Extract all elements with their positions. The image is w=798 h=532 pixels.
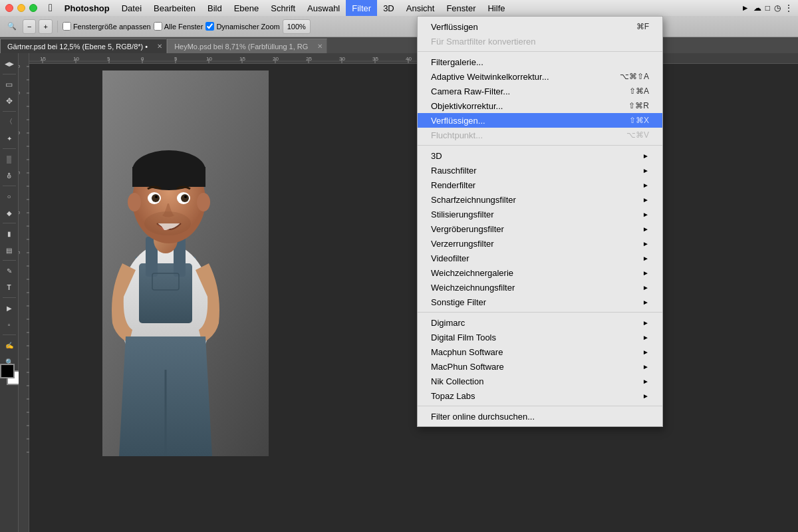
ruler-left: 0 5 0 5 0 5: [19, 53, 29, 532]
path-selection-tool[interactable]: ▶: [1, 300, 17, 316]
filter-verzerrung[interactable]: Verzerrungsfilter ►: [418, 236, 662, 251]
filter-camera-raw[interactable]: Camera Raw-Filter... ⇧⌘A: [418, 84, 662, 98]
filter-fluchtpunkt[interactable]: Fluchtpunkt... ⌥⌘V: [418, 128, 662, 142]
svg-rect-64: [63, 70, 102, 456]
photoshop-menu[interactable]: Photoshop: [59, 0, 116, 16]
submenu-arrow-weich: ►: [642, 284, 649, 291]
svg-rect-72: [132, 167, 205, 187]
datei-menu[interactable]: Datei: [116, 0, 148, 16]
hand-tool[interactable]: ✍: [1, 337, 17, 353]
dynamischer-zoom-checkbox[interactable]: Dynamischer Zoom: [205, 22, 279, 31]
screen-icon[interactable]: □: [765, 3, 770, 13]
bild-menu[interactable]: Bild: [201, 0, 228, 16]
menubar:  Photoshop Datei Bearbeiten Bild Ebene …: [0, 0, 798, 16]
submenu-arrow-film: ►: [642, 334, 649, 341]
canvas-content: 15 10 5 0 5 10 15: [29, 53, 798, 532]
zoom-level-btn[interactable]: 100%: [283, 19, 311, 34]
clone-tool[interactable]: ◆: [1, 205, 17, 221]
submenu-arrow-scharf: ►: [642, 196, 649, 203]
zoom-out-btn[interactable]: −: [23, 19, 36, 34]
filter-online[interactable]: Filter online durchsuchen...: [418, 409, 662, 424]
eraser-tool[interactable]: ▮: [1, 225, 17, 241]
close-button[interactable]: [5, 4, 13, 12]
pen-tool[interactable]: ✎: [1, 263, 17, 279]
filter-weichzeichnung[interactable]: Weichzeichnungsfilter ►: [418, 280, 662, 295]
marquee-tool[interactable]: ▭: [1, 76, 17, 92]
clock-icon[interactable]: ◷: [774, 3, 781, 13]
tab-heymo-label: HeyMo.psd bei 8,71% (Farbfüllung 1, RG: [174, 43, 308, 51]
ebene-menu[interactable]: Ebene: [228, 0, 265, 16]
type-tool[interactable]: T: [1, 279, 17, 295]
healing-tool[interactable]: ○: [1, 188, 17, 204]
filter-vergroeberung[interactable]: Vergröberungsfilter ►: [418, 221, 662, 236]
tab-gaertner-close[interactable]: ✕: [157, 43, 162, 50]
tab-heymo[interactable]: HeyMo.psd bei 8,71% (Farbfüllung 1, RG ✕: [167, 39, 327, 53]
zoom-tool[interactable]: 🔍: [4, 19, 20, 35]
filter-scharfzeichnung[interactable]: Scharfzeichnungsfilter ►: [418, 192, 662, 207]
panel-collapse-btn[interactable]: ◀▶: [1, 56, 17, 72]
filter-digimarc[interactable]: Digimarc ►: [418, 315, 662, 330]
foreground-color-swatch[interactable]: [0, 364, 15, 378]
crop-tool[interactable]: ▒: [1, 151, 17, 167]
fenster-menu[interactable]: Fenster: [440, 0, 481, 16]
3d-menu[interactable]: 3D: [377, 0, 400, 16]
filter-verfluessigen-top[interactable]: Verflüssigen ⌘F: [418, 19, 662, 34]
zoom-in-btn[interactable]: +: [39, 19, 52, 34]
gradient-tool[interactable]: ▤: [1, 242, 17, 258]
filter-stilisierung[interactable]: Stilisierungsfilter ►: [418, 207, 662, 221]
magic-wand-tool[interactable]: ✦: [1, 130, 17, 146]
svg-point-76: [181, 194, 189, 202]
submenu-arrow-sonst: ►: [642, 299, 649, 306]
svg-text:0: 0: [19, 65, 21, 68]
tool-sep6: [3, 297, 16, 298]
filter-videofilter[interactable]: Videofilter ►: [418, 251, 662, 265]
filter-macphun2[interactable]: MacPhun Software ►: [418, 359, 662, 374]
photo-canvas[interactable]: [29, 64, 798, 532]
notification-icon[interactable]: ►: [741, 3, 749, 13]
canvas-wrapper: 0 5 0 5 0 5 15: [19, 53, 798, 532]
fenstergrösse-checkbox[interactable]: Fenstergröße anpassen: [63, 22, 151, 31]
filter-section-5: Filter online durchsuchen...: [418, 406, 662, 426]
filter-digital-film[interactable]: Digital Film Tools ►: [418, 330, 662, 344]
tool-sep0: [3, 74, 16, 74]
minimize-button[interactable]: [17, 4, 25, 12]
filter-renderfilter[interactable]: Renderfilter ►: [418, 178, 662, 192]
move-tool[interactable]: ✥: [1, 93, 17, 109]
filter-menu[interactable]: Filter: [346, 0, 377, 16]
filter-3d[interactable]: 3D ►: [418, 148, 662, 163]
filter-sonstige[interactable]: Sonstige Filter ►: [418, 295, 662, 309]
filter-macphun[interactable]: Macphun Software ►: [418, 344, 662, 359]
auswahl-menu[interactable]: Auswahl: [301, 0, 346, 16]
schrift-menu[interactable]: Schrift: [265, 0, 301, 16]
eyedropper-tool[interactable]: ⛢: [1, 168, 17, 184]
wifi-icon[interactable]: ⋮: [785, 3, 793, 13]
filter-filtergalerie[interactable]: Filtergalerie...: [418, 55, 662, 69]
svg-text:5: 5: [19, 251, 21, 254]
photo-image: [63, 70, 269, 456]
submenu-arrow-digi: ►: [642, 319, 649, 327]
filter-verfluessigen[interactable]: Verflüssigen... ⇧⌘X: [418, 113, 662, 128]
filter-adaptive[interactable]: Adaptive Weitwinkelkorrektur... ⌥⌘⇧A: [418, 69, 662, 84]
tab-gaertner[interactable]: Gärtner.psd bei 12,5% (Ebene 5, RGB/8*) …: [0, 39, 167, 53]
svg-point-79: [128, 193, 141, 211]
ansicht-menu[interactable]: Ansicht: [400, 0, 441, 16]
submenu-arrow-macphun2: ►: [642, 363, 649, 370]
tool-sep7: [3, 334, 16, 335]
filter-topaz[interactable]: Topaz Labs ►: [418, 388, 662, 403]
bearbeiten-menu[interactable]: Bearbeiten: [148, 0, 201, 16]
canvas-area: 0 5 0 5 0 5 15: [19, 53, 798, 532]
filter-rauschfilter[interactable]: Rauschfilter ►: [418, 163, 662, 178]
filter-objektivkorrektur[interactable]: Objektivkorrektur... ⇧⌘R: [418, 98, 662, 113]
tab-heymo-close[interactable]: ✕: [317, 43, 323, 50]
maximize-button[interactable]: [29, 4, 37, 12]
filter-weichzeichner-galerie[interactable]: Weichzeichnergalerie ►: [418, 265, 662, 280]
rectangle-tool[interactable]: ▫: [1, 317, 17, 332]
alle-fenster-checkbox[interactable]: Alle Fenster: [154, 22, 203, 31]
apple-menu[interactable]: : [43, 0, 59, 16]
canvas-inner: 0 5 0 5 0 5 15: [19, 53, 798, 532]
hilfe-menu[interactable]: Hilfe: [481, 0, 511, 16]
filter-nik[interactable]: Nik Collection ►: [418, 374, 662, 388]
lasso-tool[interactable]: 〈: [1, 114, 17, 130]
filter-smartfilter[interactable]: Für Smartfilter konvertieren: [418, 34, 662, 49]
cloud-icon[interactable]: ☁: [753, 3, 761, 13]
